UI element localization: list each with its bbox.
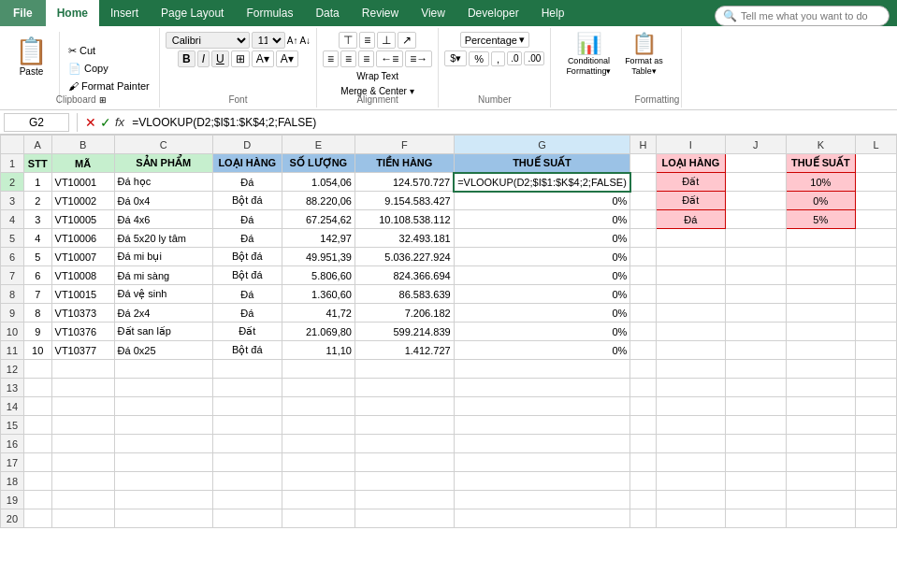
cell-empty-17-2[interactable]	[114, 453, 212, 472]
cell-empty-20-8[interactable]	[656, 509, 725, 528]
cell-D7[interactable]: Bột đá	[212, 266, 282, 285]
cell-L8[interactable]	[855, 285, 896, 304]
cell-B8[interactable]: VT10015	[51, 285, 114, 304]
cell-L2[interactable]	[855, 173, 896, 192]
cell-A10[interactable]: 9	[23, 323, 51, 341]
cell-C10[interactable]: Đất san lấp	[114, 323, 212, 341]
cell-empty-12-1[interactable]	[51, 360, 114, 379]
cell-empty-17-9[interactable]	[725, 453, 786, 472]
cell-empty-16-6[interactable]	[454, 435, 630, 453]
cell-empty-18-0[interactable]	[23, 472, 51, 491]
align-left-icon[interactable]: ≡	[323, 50, 339, 67]
cell-L5[interactable]	[855, 229, 896, 248]
cell-C2[interactable]: Đá học	[114, 173, 212, 192]
cell-I10[interactable]	[656, 323, 725, 341]
cell-H5[interactable]	[630, 229, 657, 248]
cell-I4[interactable]: Đá	[656, 210, 725, 229]
cell-empty-15-6[interactable]	[454, 416, 630, 435]
font-size-select[interactable]: 11	[252, 32, 285, 49]
cell-G5[interactable]: 0%	[454, 229, 630, 248]
col-header-G[interactable]: G	[454, 136, 630, 154]
cell-empty-19-1[interactable]	[51, 491, 114, 509]
cell-empty-19-6[interactable]	[454, 491, 630, 509]
cell-E9[interactable]: 41,72	[282, 304, 354, 323]
comma-button[interactable]: ,	[491, 51, 505, 66]
cell-A6[interactable]: 5	[23, 248, 51, 266]
cell-empty-16-10[interactable]	[786, 435, 855, 453]
cell-empty-16-0[interactable]	[23, 435, 51, 453]
cell-empty-13-10[interactable]	[786, 379, 855, 397]
cell-empty-16-1[interactable]	[51, 435, 114, 453]
fill-color-icon[interactable]: A▾	[252, 50, 274, 67]
cell-empty-20-4[interactable]	[282, 509, 354, 528]
cell-C5[interactable]: Đá 5x20 ly tâm	[114, 229, 212, 248]
cell-E10[interactable]: 21.069,80	[282, 323, 354, 341]
tab-review[interactable]: Review	[351, 0, 410, 26]
cell-B2[interactable]: VT10001	[51, 173, 114, 192]
orientation-icon[interactable]: ↗	[398, 32, 416, 49]
cell-D8[interactable]: Đá	[212, 285, 282, 304]
cell-empty-12-2[interactable]	[114, 360, 212, 379]
cell-A1[interactable]: STT	[23, 154, 51, 173]
cell-empty-12-8[interactable]	[656, 360, 725, 379]
cell-empty-12-4[interactable]	[282, 360, 354, 379]
conditional-formatting-button[interactable]: 📊 Conditional Formatting▾	[563, 32, 615, 77]
cell-empty-13-0[interactable]	[23, 379, 51, 397]
cell-empty-17-11[interactable]	[855, 453, 896, 472]
cell-E5[interactable]: 142,97	[282, 229, 354, 248]
cell-E8[interactable]: 1.360,60	[282, 285, 354, 304]
font-size-increase-button[interactable]: A↑	[287, 36, 298, 46]
cell-empty-15-0[interactable]	[23, 416, 51, 435]
percent-button[interactable]: %	[469, 51, 489, 66]
decrease-indent-icon[interactable]: ←≡	[376, 50, 403, 67]
cell-D5[interactable]: Đá	[212, 229, 282, 248]
copy-button[interactable]: 📄 Copy	[65, 61, 153, 77]
cell-K9[interactable]	[786, 304, 855, 323]
cell-empty-14-6[interactable]	[454, 397, 630, 416]
tell-me-box[interactable]: 🔍	[715, 6, 890, 26]
cell-H4[interactable]	[630, 210, 657, 229]
cell-B9[interactable]: VT10373	[51, 304, 114, 323]
cell-H11[interactable]	[630, 341, 657, 360]
cell-K3[interactable]: 0%	[786, 192, 855, 210]
cell-G9[interactable]: 0%	[454, 304, 630, 323]
cell-H2[interactable]	[630, 173, 657, 192]
cell-empty-20-5[interactable]	[354, 509, 454, 528]
cell-L3[interactable]	[855, 192, 896, 210]
cell-empty-15-1[interactable]	[51, 416, 114, 435]
cell-empty-18-10[interactable]	[786, 472, 855, 491]
col-header-A[interactable]: A	[23, 136, 51, 154]
border-icon[interactable]: ⊞	[231, 50, 250, 67]
cell-E2[interactable]: 1.054,06	[282, 173, 354, 192]
cell-empty-15-7[interactable]	[630, 416, 657, 435]
cell-D1[interactable]: LOẠI HÀNG	[212, 154, 282, 173]
cell-empty-15-9[interactable]	[725, 416, 786, 435]
cell-empty-12-3[interactable]	[212, 360, 282, 379]
tab-file[interactable]: File	[0, 0, 46, 26]
cell-I6[interactable]	[656, 248, 725, 266]
cell-F5[interactable]: 32.493.181	[354, 229, 454, 248]
cell-J3[interactable]	[725, 192, 786, 210]
cell-A4[interactable]: 3	[23, 210, 51, 229]
cell-A11[interactable]: 10	[23, 341, 51, 360]
cell-J8[interactable]	[725, 285, 786, 304]
format-as-table-button[interactable]: 📋 Format as Table▾	[618, 32, 670, 77]
cell-empty-14-5[interactable]	[354, 397, 454, 416]
cell-empty-12-10[interactable]	[786, 360, 855, 379]
cell-B3[interactable]: VT10002	[51, 192, 114, 210]
cell-A9[interactable]: 8	[23, 304, 51, 323]
tab-help[interactable]: Help	[530, 0, 576, 26]
italic-button[interactable]: I	[197, 50, 210, 67]
cell-J2[interactable]	[725, 173, 786, 192]
currency-button[interactable]: $▾	[444, 50, 467, 66]
cell-G10[interactable]: 0%	[454, 323, 630, 341]
cell-J6[interactable]	[725, 248, 786, 266]
cell-H8[interactable]	[630, 285, 657, 304]
cell-empty-17-7[interactable]	[630, 453, 657, 472]
cell-F11[interactable]: 1.412.727	[354, 341, 454, 360]
cell-empty-13-2[interactable]	[114, 379, 212, 397]
cell-I7[interactable]	[656, 266, 725, 285]
col-header-L[interactable]: L	[855, 136, 896, 154]
increase-decimal-button[interactable]: .0	[507, 51, 522, 65]
cell-K10[interactable]	[786, 323, 855, 341]
